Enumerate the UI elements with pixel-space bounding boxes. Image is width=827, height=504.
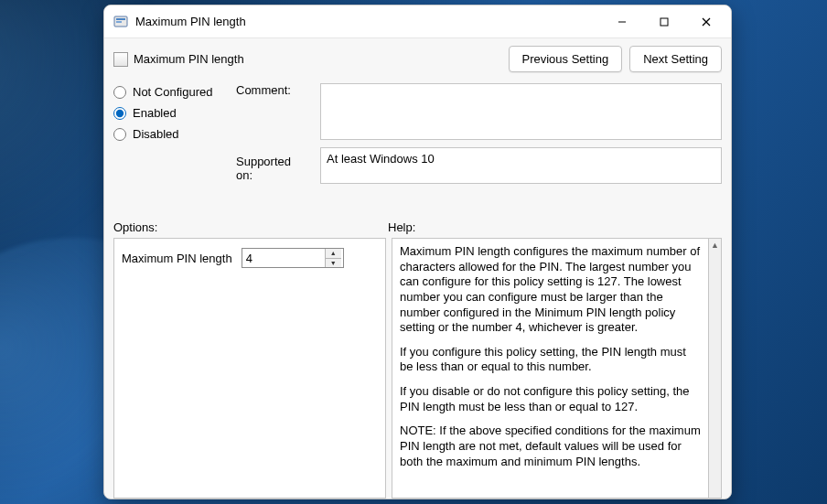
- help-panel: Maximum PIN length configures the maximu…: [392, 238, 709, 499]
- radio-enabled-label: Enabled: [133, 106, 177, 120]
- header-row: Maximum PIN length Previous Setting Next…: [113, 46, 722, 72]
- comment-textarea[interactable]: [320, 83, 722, 140]
- svg-rect-1: [116, 18, 125, 20]
- window-controls: [601, 7, 727, 37]
- max-pin-length-stepper[interactable]: ▲ ▼: [242, 248, 344, 268]
- option-max-pin-length-label: Maximum PIN length: [122, 252, 232, 265]
- stepper-up-button[interactable]: ▲: [326, 249, 341, 259]
- help-scrollbar[interactable]: ▲: [709, 238, 722, 499]
- max-pin-length-input[interactable]: [242, 249, 325, 267]
- help-paragraph: If you disable or do not configure this …: [400, 384, 701, 414]
- window-title: Maximum PIN length: [135, 15, 601, 28]
- svg-rect-4: [661, 18, 668, 26]
- help-paragraph: NOTE: If the above specified conditions …: [400, 424, 701, 469]
- close-button[interactable]: [685, 7, 727, 37]
- radio-disabled-input[interactable]: [113, 128, 126, 141]
- policy-editor-window: Maximum PIN length Maximum PIN length Pr…: [103, 5, 732, 499]
- radio-not-configured-label: Not Configured: [133, 85, 212, 99]
- help-paragraph: Maximum PIN length configures the maximu…: [400, 244, 701, 336]
- policy-icon: [113, 52, 128, 67]
- radio-enabled-input[interactable]: [113, 107, 126, 120]
- scroll-up-icon: ▲: [711, 239, 719, 250]
- titlebar: Maximum PIN length: [104, 5, 731, 38]
- previous-setting-button[interactable]: Previous Setting: [509, 46, 623, 72]
- supported-on-field: [320, 147, 722, 184]
- svg-rect-2: [116, 21, 122, 23]
- options-panel: Maximum PIN length ▲ ▼: [113, 238, 386, 499]
- next-setting-button[interactable]: Next Setting: [629, 46, 722, 72]
- radio-disabled-label: Disabled: [133, 127, 179, 141]
- help-section-label: Help:: [388, 220, 415, 234]
- app-icon: [113, 15, 128, 29]
- options-section-label: Options:: [113, 220, 379, 234]
- help-paragraph: If you configure this policy setting, th…: [400, 345, 701, 375]
- comment-label: Comment:: [236, 83, 307, 142]
- maximize-button[interactable]: [643, 7, 685, 37]
- supported-on-label: Supported on:: [236, 155, 307, 213]
- state-radio-group: Not Configured Enabled Disabled: [113, 83, 223, 213]
- stepper-down-button[interactable]: ▼: [326, 259, 341, 268]
- minimize-button[interactable]: [601, 7, 643, 37]
- radio-enabled[interactable]: Enabled: [113, 106, 223, 120]
- radio-disabled[interactable]: Disabled: [113, 127, 223, 141]
- radio-not-configured[interactable]: Not Configured: [113, 85, 223, 99]
- policy-name: Maximum PIN length: [134, 52, 503, 66]
- radio-not-configured-input[interactable]: [113, 86, 126, 99]
